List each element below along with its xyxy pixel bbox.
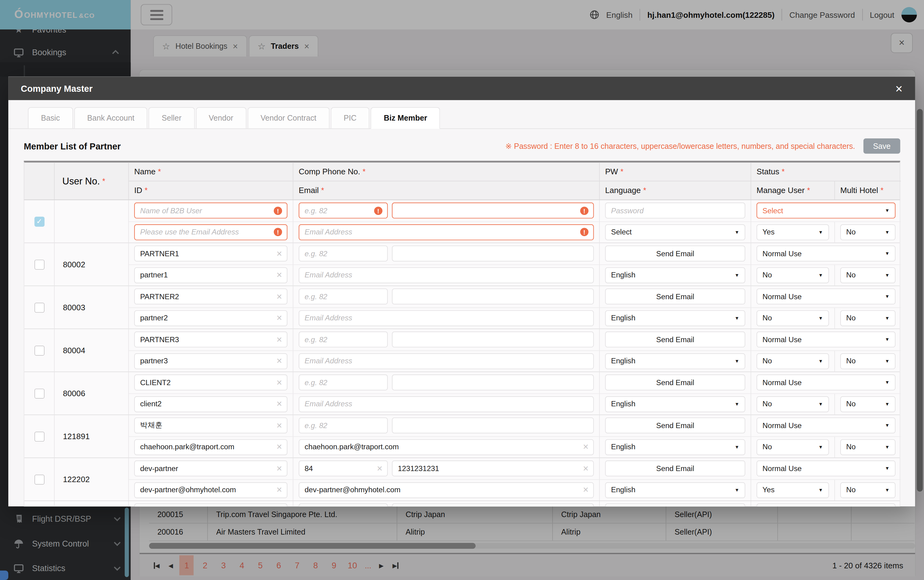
- name-input[interactable]: [135, 203, 287, 218]
- phone-number-input[interactable]: [393, 418, 593, 433]
- modal-tab-vendor[interactable]: Vendor: [196, 107, 246, 128]
- phone-country-input[interactable]: [299, 418, 387, 433]
- row-checkbox[interactable]: [34, 302, 44, 312]
- phone-country-input[interactable]: [299, 246, 387, 261]
- multi-hotel-select[interactable]: No▼: [840, 353, 896, 369]
- send-email-button[interactable]: [605, 504, 745, 506]
- row-checkbox[interactable]: [34, 388, 44, 398]
- language-select[interactable]: English▼: [605, 482, 745, 498]
- modal-tab-bank-account[interactable]: Bank Account: [74, 107, 147, 128]
- id-input[interactable]: [135, 311, 287, 326]
- name-input[interactable]: [135, 504, 287, 506]
- clear-input-icon[interactable]: ×: [277, 270, 282, 280]
- row-checkbox[interactable]: [34, 345, 44, 355]
- modal-tab-seller[interactable]: Seller: [148, 107, 194, 128]
- send-email-button[interactable]: Send Email: [605, 246, 745, 262]
- name-input[interactable]: [135, 461, 287, 476]
- multi-hotel-select[interactable]: No▼: [840, 224, 896, 240]
- email-input[interactable]: [299, 397, 593, 412]
- multi-hotel-select[interactable]: No▼: [840, 396, 896, 412]
- manage-user-select[interactable]: No▼: [756, 396, 829, 412]
- status-select[interactable]: Normal Use▼: [756, 332, 896, 348]
- clear-input-icon[interactable]: ×: [277, 249, 282, 259]
- status-select[interactable]: Normal Use▼: [756, 289, 896, 305]
- send-email-button[interactable]: Send Email: [605, 332, 745, 348]
- clear-input-icon[interactable]: ×: [277, 421, 282, 430]
- multi-hotel-select[interactable]: No▼: [840, 482, 896, 498]
- phone-country-input[interactable]: [299, 375, 387, 390]
- email-input[interactable]: [299, 268, 593, 283]
- language-select[interactable]: English▼: [605, 267, 745, 283]
- modal-tab-basic[interactable]: Basic: [28, 107, 73, 128]
- modal-tab-vendor-contract[interactable]: Vendor Contract: [248, 107, 329, 128]
- status-select[interactable]: Normal Use▼: [756, 375, 896, 391]
- multi-hotel-select[interactable]: No▼: [840, 310, 896, 326]
- name-input[interactable]: [135, 375, 287, 390]
- id-input[interactable]: [135, 440, 287, 455]
- send-email-button[interactable]: Send Email: [605, 461, 745, 476]
- send-email-button[interactable]: Send Email: [605, 375, 745, 391]
- clear-input-icon[interactable]: ×: [277, 442, 282, 452]
- row-checkbox[interactable]: [34, 259, 44, 269]
- save-button[interactable]: Save: [863, 138, 900, 154]
- status-select[interactable]: Normal Use▼: [756, 246, 896, 262]
- phone-number-input[interactable]: [393, 375, 593, 390]
- multi-hotel-select[interactable]: No▼: [840, 439, 896, 455]
- clear-input-icon[interactable]: ×: [277, 486, 282, 495]
- clear-input-icon[interactable]: ×: [277, 335, 282, 344]
- phone-number-input[interactable]: [393, 289, 593, 304]
- row-checkbox[interactable]: [34, 432, 44, 442]
- email-input[interactable]: [299, 225, 593, 239]
- clear-input-icon[interactable]: ×: [277, 378, 282, 387]
- clear-input-icon[interactable]: ×: [377, 464, 383, 473]
- clear-input-icon[interactable]: ×: [583, 486, 589, 495]
- multi-hotel-select[interactable]: No▼: [840, 267, 896, 283]
- id-input[interactable]: [135, 268, 287, 283]
- clear-input-icon[interactable]: ×: [277, 399, 282, 409]
- name-input[interactable]: [135, 246, 287, 261]
- phone-country-input[interactable]: [299, 461, 387, 476]
- clear-input-icon[interactable]: ×: [583, 442, 589, 452]
- password-input[interactable]: [606, 203, 745, 218]
- phone-country-input[interactable]: [299, 332, 387, 347]
- modal-tab-pic[interactable]: PIC: [331, 107, 370, 128]
- row-checkbox[interactable]: ✓: [34, 216, 44, 226]
- name-input[interactable]: [135, 418, 287, 433]
- phone-country-input[interactable]: [299, 289, 387, 304]
- name-input[interactable]: [135, 289, 287, 304]
- email-input[interactable]: [299, 440, 593, 455]
- id-input[interactable]: [135, 397, 287, 412]
- language-select[interactable]: Select▼: [605, 224, 745, 240]
- email-input[interactable]: [299, 311, 593, 326]
- modal-close-icon[interactable]: ×: [896, 82, 903, 94]
- manage-user-select[interactable]: No▼: [756, 310, 829, 326]
- clear-input-icon[interactable]: ×: [277, 292, 282, 302]
- phone-number-input[interactable]: [393, 504, 593, 506]
- email-input[interactable]: [299, 354, 593, 369]
- manage-user-select[interactable]: Yes▼: [756, 482, 829, 498]
- language-select[interactable]: English▼: [605, 353, 745, 369]
- clear-input-icon[interactable]: ×: [277, 356, 282, 366]
- modal-tab-biz-member[interactable]: Biz Member: [371, 107, 440, 129]
- clear-input-icon[interactable]: ×: [583, 464, 589, 473]
- manage-user-select[interactable]: No▼: [756, 439, 829, 455]
- manage-user-select[interactable]: No▼: [756, 267, 829, 283]
- phone-number-input[interactable]: [393, 203, 593, 218]
- language-select[interactable]: English▼: [605, 396, 745, 412]
- id-input[interactable]: [135, 225, 287, 239]
- id-input[interactable]: [135, 354, 287, 369]
- id-input[interactable]: [135, 483, 287, 498]
- phone-number-input[interactable]: [393, 332, 593, 347]
- phone-country-input[interactable]: [299, 504, 387, 506]
- phone-number-input[interactable]: [393, 246, 593, 261]
- row-checkbox[interactable]: [34, 475, 44, 484]
- clear-input-icon[interactable]: ×: [277, 313, 282, 323]
- status-select[interactable]: Normal Use▼: [756, 418, 896, 433]
- status-select[interactable]: ▼: [756, 504, 896, 506]
- language-select[interactable]: English▼: [605, 310, 745, 326]
- name-input[interactable]: [135, 332, 287, 347]
- email-input[interactable]: [299, 483, 593, 498]
- status-select[interactable]: Select▼: [756, 203, 896, 219]
- send-email-button[interactable]: Send Email: [605, 418, 745, 433]
- manage-user-select[interactable]: Yes▼: [756, 224, 829, 240]
